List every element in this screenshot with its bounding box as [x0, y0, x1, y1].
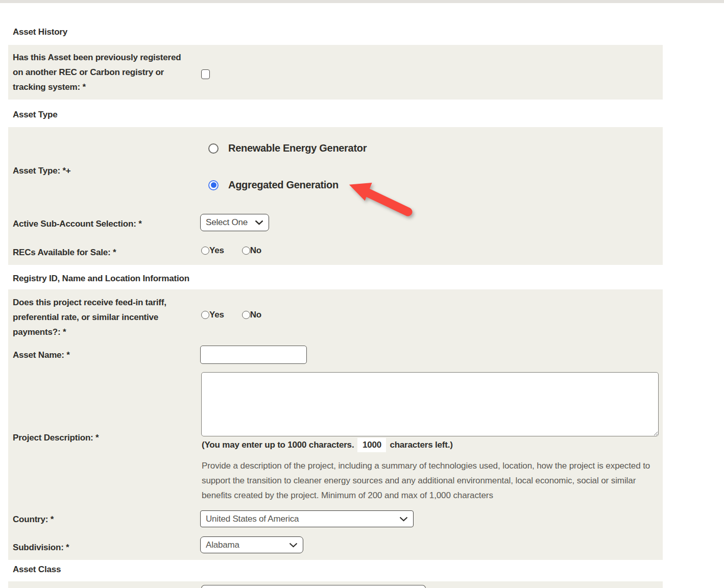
- section-heading-asset-class: Asset Class: [13, 565, 61, 575]
- no-label[interactable]: No: [250, 310, 261, 320]
- no-label[interactable]: No: [250, 246, 261, 256]
- project-description-label: Project Description: *: [13, 430, 99, 445]
- asset-type-option-label[interactable]: Renewable Energy Generator: [228, 142, 367, 154]
- asset-type-label: Asset Type: *+: [13, 163, 71, 178]
- radio-unselected-icon[interactable]: [208, 143, 219, 154]
- asset-name-label: Asset Name: *: [13, 348, 70, 362]
- previously-registered-label: Has this Asset been previously registere…: [13, 50, 190, 94]
- subdivision-select[interactable]: Alabama: [200, 536, 303, 553]
- asset-registration-form: Asset History Has this Asset been previo…: [0, 0, 724, 588]
- yes-label[interactable]: Yes: [209, 310, 224, 320]
- sub-account-select[interactable]: Select One: [200, 214, 269, 231]
- asset-type-option-renewable[interactable]: Renewable Energy Generator: [208, 142, 367, 154]
- asset-class-input[interactable]: [201, 585, 426, 588]
- chevron-down-icon: [255, 220, 263, 225]
- subdivision-label: Subdivision: *: [13, 540, 69, 555]
- section-heading-registry-info: Registry ID, Name and Location Informati…: [13, 274, 189, 284]
- country-label: Country: *: [13, 512, 54, 527]
- asset-type-option-label[interactable]: Aggregated Generation: [228, 179, 339, 191]
- sub-account-select-value: Select One: [206, 217, 251, 228]
- radio-selected-icon[interactable]: [208, 180, 219, 190]
- asset-name-input[interactable]: [200, 346, 307, 364]
- project-description-textarea[interactable]: [201, 372, 659, 436]
- subdivision-select-value: Alabama: [206, 540, 285, 550]
- sub-account-label: Active Sub-Account Selection: *: [13, 216, 142, 231]
- chevron-down-icon: [289, 543, 298, 548]
- previously-registered-checkbox[interactable]: [201, 69, 210, 79]
- country-select[interactable]: United States of America: [200, 510, 414, 527]
- section-heading-asset-history: Asset History: [13, 27, 67, 37]
- annotation-arrow-icon: [337, 176, 414, 222]
- radio-no-icon[interactable]: [242, 311, 250, 319]
- description-help-text: Provide a description of the project, in…: [202, 458, 657, 503]
- asset-type-option-aggregated[interactable]: Aggregated Generation: [208, 179, 339, 191]
- section-heading-asset-type: Asset Type: [13, 110, 57, 120]
- top-divider-bar: [0, 0, 724, 3]
- recs-for-sale-radio-group: Yes No: [201, 246, 261, 256]
- feed-in-tariff-radio-group: Yes No: [201, 310, 261, 320]
- yes-label[interactable]: Yes: [209, 246, 224, 256]
- feed-in-tariff-label: Does this project receive feed-in tariff…: [13, 295, 185, 339]
- radio-no-icon[interactable]: [242, 247, 250, 255]
- radio-yes-icon[interactable]: [201, 311, 209, 319]
- radio-yes-icon[interactable]: [201, 247, 209, 255]
- character-counter-prefix: (You may enter up to 1000 characters.: [202, 440, 354, 450]
- characters-left-value: 1000: [357, 438, 386, 452]
- country-select-value: United States of America: [206, 514, 395, 524]
- character-counter-suffix: characters left.): [390, 440, 452, 450]
- recs-for-sale-label: RECs Available for Sale: *: [13, 245, 116, 260]
- character-counter: (You may enter up to 1000 characters. 10…: [202, 438, 453, 452]
- chevron-down-icon: [399, 517, 408, 522]
